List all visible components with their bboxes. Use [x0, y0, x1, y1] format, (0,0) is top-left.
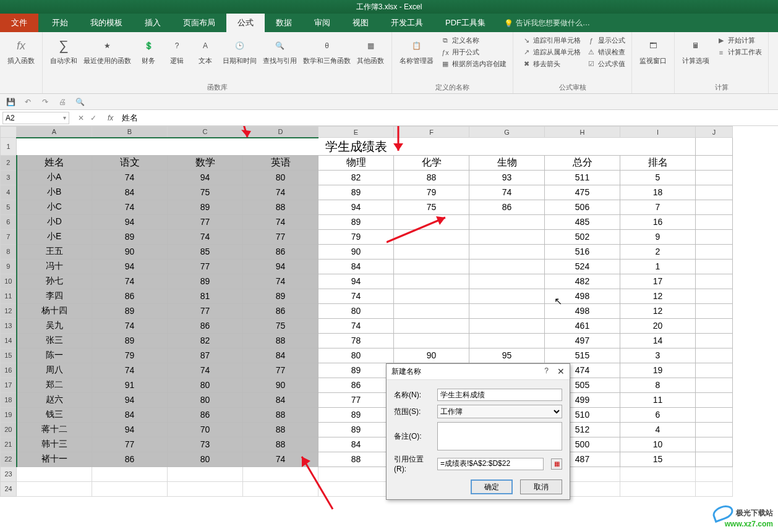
row-head-16[interactable]: 16: [1, 363, 17, 378]
cell-B14[interactable]: 89: [92, 333, 168, 348]
tab-templates[interactable]: 我的模板: [79, 14, 134, 32]
cell-D5[interactable]: 88: [243, 200, 318, 214]
cell-C3[interactable]: 94: [168, 170, 243, 185]
tab-dev[interactable]: 开发工具: [380, 14, 434, 32]
use-in-formula-item[interactable]: ƒx用于公式: [440, 46, 508, 58]
cell-G15[interactable]: 95: [469, 348, 545, 363]
cell-D7[interactable]: 77: [243, 229, 318, 244]
cell-D17[interactable]: 90: [243, 378, 318, 392]
cell-A2[interactable]: 姓名: [17, 155, 92, 170]
tab-file[interactable]: 文件: [0, 14, 38, 32]
cell-A18[interactable]: 赵六: [17, 392, 92, 407]
cell-I15[interactable]: 3: [620, 348, 696, 363]
cell-J14[interactable]: [696, 333, 733, 348]
cell-B19[interactable]: 84: [92, 407, 168, 422]
cell-A24[interactable]: [17, 481, 92, 496]
cell-I9[interactable]: 1: [620, 259, 696, 274]
name-box[interactable]: A2 ▾: [2, 112, 69, 124]
cell-D13[interactable]: 75: [243, 318, 318, 333]
cell-J17[interactable]: [696, 378, 733, 392]
logic-fn-button[interactable]: ?逻辑: [163, 35, 190, 66]
row-head-5[interactable]: 5: [1, 200, 17, 214]
cell-J20[interactable]: [696, 422, 733, 437]
cell-B9[interactable]: 94: [92, 259, 168, 274]
cell-A20[interactable]: 蒋十二: [17, 422, 92, 437]
text-fn-button[interactable]: A文本: [192, 35, 219, 66]
cell-D4[interactable]: 74: [243, 185, 318, 200]
cell-I22[interactable]: 15: [620, 452, 696, 467]
cell-B12[interactable]: 89: [92, 303, 168, 318]
cell-I12[interactable]: 12: [620, 303, 696, 318]
cell-B21[interactable]: 77: [92, 437, 168, 452]
cell-E8[interactable]: 90: [318, 244, 394, 259]
cell-D20[interactable]: 88: [243, 422, 318, 437]
cell-D6[interactable]: 74: [243, 214, 318, 229]
cell-I8[interactable]: 2: [620, 244, 696, 259]
cell-I19[interactable]: 6: [620, 407, 696, 422]
cell-J5[interactable]: [696, 200, 733, 214]
cell-D14[interactable]: 88: [243, 333, 318, 348]
cell-A11[interactable]: 李四: [17, 289, 92, 303]
cell-B16[interactable]: 74: [92, 363, 168, 378]
cell-E2[interactable]: 物理: [318, 155, 394, 170]
cell-H3[interactable]: 511: [545, 170, 620, 185]
cell-I3[interactable]: 5: [620, 170, 696, 185]
cell-B5[interactable]: 74: [92, 200, 168, 214]
cell-I21[interactable]: 10: [620, 437, 696, 452]
cell-G8[interactable]: [469, 244, 545, 259]
cell-F8[interactable]: [394, 244, 469, 259]
tab-formula[interactable]: 公式: [226, 14, 265, 32]
cell-G2[interactable]: 生物: [469, 155, 545, 170]
print-icon[interactable]: 🖨: [57, 96, 68, 108]
col-header-J[interactable]: J: [696, 127, 733, 138]
cell-H15[interactable]: 515: [545, 348, 620, 363]
cell-A7[interactable]: 小E: [17, 229, 92, 244]
cell-H12[interactable]: 498: [545, 303, 620, 318]
cell-I18[interactable]: 11: [620, 392, 696, 407]
cell-I17[interactable]: 8: [620, 378, 696, 392]
row-head-7[interactable]: 7: [1, 229, 17, 244]
row-head-17[interactable]: 17: [1, 378, 17, 392]
cell-E4[interactable]: 89: [318, 185, 394, 200]
cell-D22[interactable]: 74: [243, 452, 318, 467]
cell-B8[interactable]: 90: [92, 244, 168, 259]
cell-D9[interactable]: 94: [243, 259, 318, 274]
cell-B4[interactable]: 84: [92, 185, 168, 200]
error-check-item[interactable]: ⚠错误检查: [586, 46, 626, 58]
cell-H6[interactable]: 485: [545, 214, 620, 229]
cell-J6[interactable]: [696, 214, 733, 229]
remove-arrows-item[interactable]: ✖移去箭头: [521, 58, 582, 70]
cell-E3[interactable]: 82: [318, 170, 394, 185]
calc-sheet-item[interactable]: ≡计算工作表: [716, 46, 763, 58]
cell-B23[interactable]: [92, 467, 168, 481]
col-header-G[interactable]: G: [469, 127, 545, 138]
cell-J22[interactable]: [696, 452, 733, 467]
cell-A13[interactable]: 吴九: [17, 318, 92, 333]
cell-C13[interactable]: 86: [168, 318, 243, 333]
cell-E12[interactable]: 80: [318, 303, 394, 318]
cell-C22[interactable]: 80: [168, 452, 243, 467]
cell-C11[interactable]: 81: [168, 289, 243, 303]
cell-H8[interactable]: 516: [545, 244, 620, 259]
cell-E19[interactable]: 89: [318, 407, 394, 422]
cell-A22[interactable]: 褚十一: [17, 452, 92, 467]
date-fn-button[interactable]: 🕒日期和时间: [220, 35, 259, 66]
cell-H14[interactable]: 497: [545, 333, 620, 348]
tab-insert[interactable]: 插入: [134, 14, 172, 32]
cell-D8[interactable]: 86: [243, 244, 318, 259]
cell-A21[interactable]: 韩十三: [17, 437, 92, 452]
row-head-11[interactable]: 11: [1, 289, 17, 303]
cell-G13[interactable]: [469, 318, 545, 333]
cell-E6[interactable]: 89: [318, 214, 394, 229]
cell-D21[interactable]: 88: [243, 437, 318, 452]
show-formula-item[interactable]: ƒ显示公式: [586, 35, 626, 46]
row-head-8[interactable]: 8: [1, 244, 17, 259]
cell-C18[interactable]: 80: [168, 392, 243, 407]
tab-data[interactable]: 数据: [265, 14, 303, 32]
col-header-D[interactable]: D: [243, 127, 318, 138]
cell-D24[interactable]: [243, 481, 318, 496]
other-fn-button[interactable]: ▦其他函数: [354, 35, 387, 66]
cell-E10[interactable]: 94: [318, 274, 394, 289]
row-head-19[interactable]: 19: [1, 407, 17, 422]
cell-A12[interactable]: 杨十四: [17, 303, 92, 318]
